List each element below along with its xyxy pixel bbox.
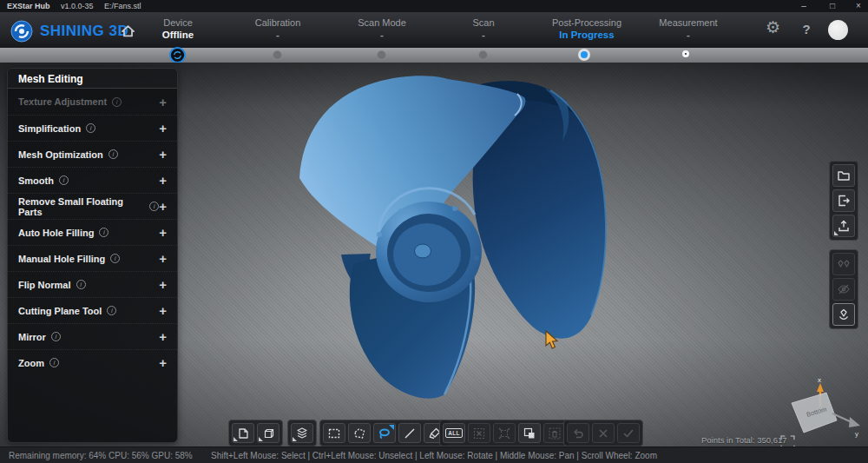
- confirm-button[interactable]: [617, 423, 640, 443]
- step-dot-measurement[interactable]: [682, 50, 689, 57]
- panel-item-manual-hole-filling[interactable]: Manual Hole Filling i +: [8, 245, 177, 271]
- rectangle-select-button[interactable]: [323, 423, 345, 443]
- nav-step-calibration[interactable]: Calibration -: [221, 17, 334, 40]
- panel-item-zoom[interactable]: Zoom i +: [8, 349, 177, 375]
- select-visible-button[interactable]: [232, 423, 254, 443]
- trash-icon: [548, 427, 562, 440]
- show-model-button[interactable]: [832, 303, 855, 326]
- expand-icon[interactable]: +: [159, 355, 167, 370]
- orientation-gizmo[interactable]: x Bottom y: [783, 374, 863, 441]
- top-navbar: SHINING 3D Device Offline Calibration - …: [0, 12, 868, 48]
- display-toolbar: [829, 249, 858, 329]
- avatar[interactable]: [828, 20, 848, 40]
- info-icon[interactable]: i: [108, 149, 118, 159]
- rectangle-select-icon: [327, 427, 341, 440]
- confirm-actions-group: [563, 420, 643, 446]
- polygon-select-button[interactable]: [348, 423, 371, 443]
- info-icon[interactable]: i: [76, 280, 86, 289]
- expand-icon[interactable]: +: [159, 173, 167, 188]
- expand-icon[interactable]: +: [159, 225, 167, 240]
- close-button[interactable]: ×: [849, 0, 868, 11]
- maximize-button[interactable]: □: [823, 0, 842, 11]
- display-layers-button[interactable]: [291, 423, 313, 443]
- cancel-button[interactable]: [592, 423, 615, 443]
- open-file-button[interactable]: [832, 164, 855, 187]
- nav-step-device[interactable]: Device Offline: [122, 17, 234, 40]
- undo-button[interactable]: [567, 423, 589, 443]
- step-dot-post-processing[interactable]: [578, 49, 590, 61]
- mesh-editing-panel: Mesh Editing Texture Adjustment i + Simp…: [7, 68, 178, 443]
- brand-name: SHINING 3D: [40, 23, 128, 40]
- step-dot-scan[interactable]: [478, 50, 488, 60]
- expand-icon[interactable]: +: [159, 329, 167, 344]
- app-title: EXStar Hub: [7, 2, 50, 10]
- info-icon[interactable]: i: [86, 123, 95, 133]
- selection-actions-group: ALL: [439, 420, 569, 446]
- line-icon: [403, 427, 417, 440]
- brand-logo-icon: [10, 20, 33, 43]
- step-dot-scan-mode[interactable]: [377, 50, 386, 60]
- device-sync-icon[interactable]: [168, 46, 187, 64]
- step-dot-calibration[interactable]: [273, 50, 282, 60]
- expand-icon[interactable]: +: [159, 199, 167, 214]
- expand-icon[interactable]: +: [159, 121, 167, 136]
- panel-item-auto-hole-filling[interactable]: Auto Hole Filling i +: [8, 219, 177, 245]
- expand-icon[interactable]: +: [159, 147, 167, 162]
- panel-item-remove-small-floating-parts[interactable]: Remove Small Floating Parts i +: [8, 193, 177, 219]
- info-icon[interactable]: i: [110, 254, 120, 263]
- expand-icon[interactable]: +: [159, 277, 167, 292]
- invert-selection-button[interactable]: [518, 423, 541, 443]
- eye-off-icon: [837, 282, 851, 296]
- info-icon[interactable]: i: [149, 202, 159, 211]
- nav-step-scan[interactable]: Scan -: [427, 17, 540, 40]
- expand-selection-button[interactable]: [493, 423, 516, 443]
- info-icon[interactable]: i: [112, 97, 122, 107]
- info-icon[interactable]: i: [49, 358, 59, 367]
- panel-item-simplification[interactable]: Simplification i +: [8, 115, 177, 141]
- mouse-cursor-icon: [544, 330, 560, 351]
- info-icon[interactable]: i: [51, 332, 61, 341]
- minimize-button[interactable]: –: [794, 0, 813, 11]
- polygon-select-icon: [352, 427, 366, 440]
- upload-button[interactable]: [832, 215, 855, 237]
- lasso-select-button[interactable]: [373, 423, 396, 443]
- select-all-button[interactable]: ALL: [443, 423, 465, 443]
- invert-selection-icon: [523, 427, 536, 440]
- info-icon[interactable]: i: [59, 175, 69, 185]
- nav-step-scan-mode[interactable]: Scan Mode -: [326, 17, 438, 40]
- compare-models-button[interactable]: [832, 253, 855, 275]
- info-icon[interactable]: i: [107, 306, 116, 315]
- expand-icon[interactable]: +: [159, 251, 167, 266]
- panel-item-mirror[interactable]: Mirror i +: [8, 323, 177, 349]
- layers-icon: [295, 427, 309, 440]
- panel-item-flip-normal[interactable]: Flip Normal i +: [8, 271, 177, 297]
- panel-item-cutting-plane-tool[interactable]: Cutting Plane Tool i +: [8, 297, 177, 323]
- select-through-button[interactable]: [257, 423, 279, 443]
- expand-icon[interactable]: +: [159, 95, 167, 109]
- upload-icon: [837, 219, 851, 233]
- select-mode-group: [228, 420, 283, 446]
- info-icon[interactable]: i: [99, 228, 108, 237]
- check-icon: [621, 427, 635, 440]
- nav-step-post-processing[interactable]: Post-Processing In Progress: [530, 17, 643, 40]
- titlebar: EXStar Hub v1.0.0-35 E:/Fans.stl – □ ×: [0, 0, 868, 12]
- expand-icon[interactable]: +: [159, 303, 167, 318]
- active-corner-marker: [389, 425, 394, 430]
- deselect-button[interactable]: [468, 423, 490, 443]
- gems-icon: [837, 257, 851, 271]
- hide-model-button[interactable]: [832, 278, 855, 301]
- panel-item-smooth[interactable]: Smooth i +: [8, 167, 177, 193]
- settings-gear-icon[interactable]: ⚙: [766, 17, 780, 37]
- nav-step-measurement[interactable]: Measurement -: [632, 17, 745, 40]
- selection-tools-group: [319, 420, 450, 446]
- status-bar: Remaining memory: 64% CPU: 56% GPU: 58% …: [0, 446, 868, 463]
- deselect-icon: [472, 427, 486, 440]
- cube-icon: [261, 427, 275, 440]
- app-version: v1.0.0-35: [61, 2, 94, 10]
- help-icon[interactable]: ?: [800, 22, 812, 36]
- panel-item-texture-adjustment[interactable]: Texture Adjustment i +: [8, 89, 177, 115]
- dropdown-corner-marker: [259, 437, 263, 441]
- export-button[interactable]: [832, 189, 855, 212]
- panel-item-mesh-optimization[interactable]: Mesh Optimization i +: [8, 141, 177, 167]
- line-select-button[interactable]: [398, 423, 421, 443]
